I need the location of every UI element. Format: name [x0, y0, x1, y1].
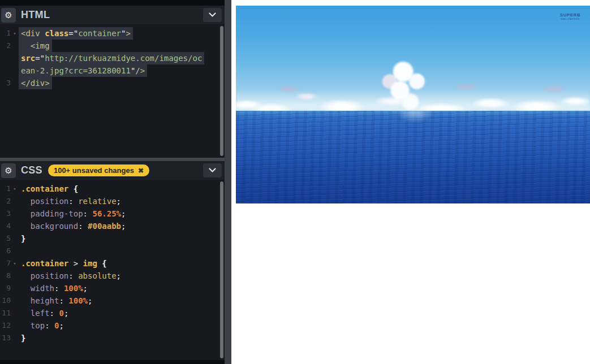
token-plain: [21, 321, 31, 330]
code-text[interactable]: left: 0;: [19, 307, 71, 319]
token-tag: <div: [21, 29, 40, 38]
fold-arrow-icon[interactable]: ▾: [11, 27, 19, 40]
token-punc: ;: [83, 284, 88, 293]
token-punc: >: [74, 259, 78, 268]
line-number: 8: [0, 270, 11, 282]
css-code-area[interactable]: 1▾.container {2 position: relative;3 pad…: [0, 180, 225, 360]
code-text[interactable]: </div>: [19, 77, 52, 89]
code-line[interactable]: 12 top: 0;: [0, 319, 225, 332]
code-text[interactable]: width: 100%;: [19, 282, 90, 294]
css-scrollbar[interactable]: [220, 181, 223, 358]
css-code-lines: 1▾.container {2 position: relative;3 pad…: [0, 183, 225, 344]
horizon-haze: [236, 89, 590, 113]
code-line[interactable]: 6: [0, 245, 225, 257]
html-panel-header: ⚙ HTML: [0, 6, 225, 24]
code-line[interactable]: 11 left: 0;: [0, 307, 225, 319]
token-punc: ;: [88, 296, 92, 305]
code-text[interactable]: height: 100%;: [19, 294, 94, 307]
code-line[interactable]: 2 <img: [0, 40, 225, 52]
code-line[interactable]: 3</div>: [0, 77, 225, 89]
token-prop: background: [31, 222, 78, 231]
code-line[interactable]: 8 position: absolute;: [0, 270, 225, 282]
code-line[interactable]: 7▾.container > img {: [0, 257, 225, 270]
code-text[interactable]: position: relative;: [19, 195, 123, 207]
fold-arrow-icon[interactable]: ▾: [11, 183, 19, 195]
code-line[interactable]: 9 width: 100%;: [0, 282, 225, 294]
fold-spacer: [11, 40, 19, 52]
html-panel-title: HTML: [21, 9, 50, 21]
token-sel: .container: [21, 259, 68, 268]
code-text[interactable]: <div class="container">: [19, 27, 133, 40]
token-punc: ;: [121, 209, 126, 218]
code-line[interactable]: 3 padding-top: 56.25%;: [0, 207, 225, 220]
fold-spacer: [11, 282, 19, 294]
fold-spacer: [11, 207, 19, 220]
code-line[interactable]: 13}: [0, 332, 225, 344]
token-prop: position: [31, 271, 68, 280]
token-tag: >: [126, 29, 130, 38]
css-panel: ⚙ CSS 100+ unsaved changes ✖ 1▾.containe…: [0, 161, 225, 360]
token-plain: [78, 259, 83, 268]
chevron-down-icon: [209, 12, 216, 18]
code-text[interactable]: ean-2.jpg?crc=361280011"/>: [19, 64, 147, 77]
token-tag: />: [135, 66, 145, 75]
token-plain: [21, 222, 31, 231]
code-line[interactable]: 2 position: relative;: [0, 195, 225, 207]
html-settings-gear-icon[interactable]: ⚙: [1, 8, 16, 23]
token-punc: :: [59, 296, 63, 305]
code-line[interactable]: 10 height: 100%;: [0, 294, 225, 307]
token-plain: [68, 184, 73, 193]
code-text[interactable]: }: [19, 332, 28, 344]
line-number: 7: [0, 257, 11, 270]
token-punc: :: [68, 197, 73, 206]
code-text[interactable]: }: [19, 232, 28, 245]
token-prop: padding-top: [31, 209, 83, 218]
html-collapse-button[interactable]: [203, 8, 222, 22]
line-number: 3: [0, 207, 11, 220]
code-line[interactable]: 1▾<div class="container">: [0, 27, 225, 40]
token-str: http://turkuazmidye.com/images/oc: [45, 54, 202, 63]
code-line[interactable]: src="http://turkuazmidye.com/images/oc: [0, 52, 225, 64]
token-num: 100%: [64, 284, 83, 293]
code-text[interactable]: background: #00aabb;: [19, 220, 128, 232]
html-code-area[interactable]: 1▾<div class="container">2 <imgsrc="http…: [0, 24, 225, 158]
css-settings-gear-icon[interactable]: ⚙: [1, 163, 16, 178]
token-plain: [21, 309, 31, 318]
dismiss-badge-icon[interactable]: ✖: [138, 167, 144, 175]
code-text[interactable]: src="http://turkuazmidye.com/images/oc: [19, 52, 204, 64]
token-plain: [21, 284, 31, 293]
token-sel: img: [83, 259, 97, 268]
token-tag: <img: [31, 41, 50, 50]
fold-spacer: [11, 270, 19, 282]
preview-ocean-image: SUPERB WALLPAPERS: [236, 6, 590, 203]
code-text[interactable]: top: 0;: [19, 319, 66, 332]
fold-spacer: [11, 232, 19, 245]
html-scrollbar[interactable]: [220, 26, 223, 156]
code-line[interactable]: 1▾.container {: [0, 183, 225, 195]
code-text[interactable]: [19, 245, 23, 257]
token-plain: [50, 321, 54, 330]
code-text[interactable]: .container {: [19, 183, 80, 195]
token-prop: position: [31, 197, 68, 206]
fold-arrow-icon[interactable]: ▾: [11, 257, 19, 270]
line-number: 9: [0, 282, 11, 294]
code-text[interactable]: <img: [19, 40, 52, 52]
editor-preview-resize-divider[interactable]: [225, 0, 231, 364]
code-line[interactable]: 4 background: #00aabb;: [0, 220, 225, 232]
token-attr: class: [45, 29, 68, 38]
code-editor-app: ⚙ HTML 1▾<div class="container">2 <imgsr…: [0, 0, 590, 364]
code-text[interactable]: padding-top: 56.25%;: [19, 207, 128, 220]
unsaved-changes-badge[interactable]: 100+ unsaved changes ✖: [48, 164, 149, 176]
editor-column: ⚙ HTML 1▾<div class="container">2 <imgsr…: [0, 0, 225, 364]
code-text[interactable]: .container > img {: [19, 257, 109, 270]
unsaved-changes-label: 100+ unsaved changes: [54, 166, 134, 175]
code-line[interactable]: ean-2.jpg?crc=361280011"/>: [0, 64, 225, 77]
token-str: container: [78, 29, 121, 38]
token-prop: width: [31, 284, 54, 293]
line-number: 5: [0, 232, 11, 245]
token-attr: src: [21, 54, 35, 63]
code-line[interactable]: 5}: [0, 232, 225, 245]
token-val: absolute: [78, 271, 116, 280]
code-text[interactable]: position: absolute;: [19, 270, 123, 282]
css-collapse-button[interactable]: [203, 163, 222, 177]
